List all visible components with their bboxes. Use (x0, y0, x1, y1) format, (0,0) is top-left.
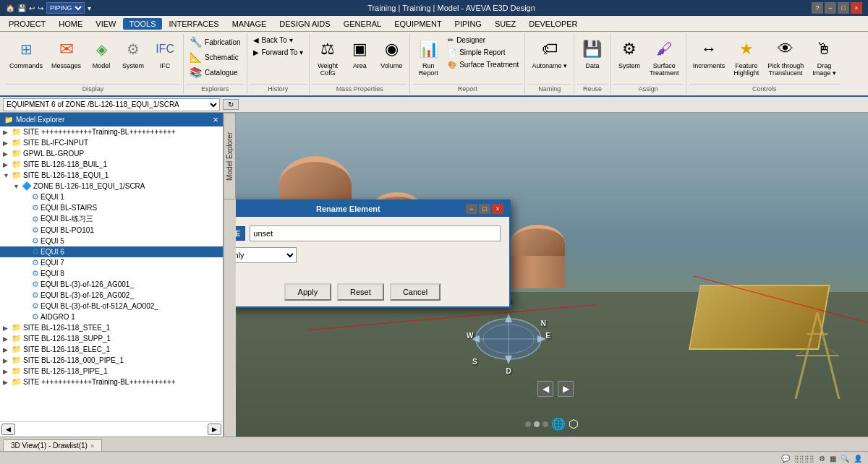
viewport-3d[interactable]: U D W E N S ◀ ▶ 🌐 ⬡ (236, 113, 868, 437)
tree-scroll-left[interactable]: ◀ (1, 424, 15, 435)
tree-item-16[interactable]: ⚙EQUI BL-(3)-of-BL-of-512A_AO002_ (0, 301, 223, 312)
weight-label: WeightCofG (318, 62, 338, 77)
forward-to-button[interactable]: ▶ Forward To ▾ (250, 47, 307, 58)
help-button[interactable]: ? (812, 2, 823, 14)
menu-item-design aids[interactable]: DESIGN AIDS (273, 18, 336, 30)
tree-item-11[interactable]: ⚙EQUI 6 (0, 246, 223, 257)
tree-item-12[interactable]: ⚙EQUI 7 (0, 257, 223, 268)
tree-label-18: SITE BL-126-118_STEE_1 (23, 324, 110, 332)
menu-item-home[interactable]: HOME (53, 18, 88, 30)
tree-item-0[interactable]: ▶📁SITE ++++++++++++Training-BL++++++++++… (0, 126, 223, 137)
tree-icon-7: ⚙ (32, 203, 39, 212)
surface-treatment-report-button[interactable]: 🎨 Surface Treatment (445, 59, 522, 70)
cancel-button[interactable]: Cancel (390, 283, 441, 301)
tree-item-14[interactable]: ⚙EQUI BL-(3)-of-126_AG001_ (0, 279, 223, 290)
system-button[interactable]: ⚙ System (118, 35, 148, 72)
tree-item-7[interactable]: ⚙EQUI BL-STAIRS (0, 202, 223, 213)
viewport-perspective-button[interactable]: ⬡ (569, 417, 579, 431)
tree-item-3[interactable]: ▶📁SITE BL-126-118_BUIL_1 (0, 159, 223, 170)
tree-item-23[interactable]: ▶📁SITE ++++++++++++Training-BL++++++++++… (0, 377, 223, 387)
dialog-close-button[interactable]: × (492, 204, 503, 214)
data-button[interactable]: 💾 Data (577, 35, 608, 72)
menu-item-interfaces[interactable]: INTERFACES (163, 18, 225, 30)
tree-item-13[interactable]: ⚙EQUI 8 (0, 268, 223, 279)
menu-item-manage[interactable]: MANAGE (226, 18, 273, 30)
tree-item-22[interactable]: ▶📁SITE BL-126-118_PIPE_1 (0, 366, 223, 377)
model-label: Model (93, 62, 111, 69)
assign-system-button[interactable]: ⚙ System (614, 35, 644, 72)
schematic-button[interactable]: 📐 Schematic (187, 50, 243, 64)
menu-item-general[interactable]: GENERAL (338, 18, 388, 30)
menu-item-view[interactable]: VIEW (90, 18, 122, 30)
nav-prev-button[interactable]: ◀ (537, 381, 553, 397)
catalogue-button[interactable]: 📚 Catalogue (187, 65, 243, 80)
tree-item-17[interactable]: ⚙AIDGRO 1 (0, 312, 223, 322)
viewport-globe-button[interactable]: 🌐 (551, 417, 566, 431)
tree-item-18[interactable]: ▶📁SITE BL-126-118_STEE_1 (0, 322, 223, 333)
maximize-button[interactable]: □ (838, 2, 849, 14)
menu-item-piping[interactable]: PIPING (449, 18, 488, 30)
close-button[interactable]: × (851, 2, 862, 14)
view-tab-close[interactable]: × (90, 442, 94, 450)
tree-item-9[interactable]: ⚙EQUI BL-PO101 (0, 225, 223, 236)
feature-highlight-button[interactable]: ★ FeatureHighlight (730, 35, 762, 80)
nav-next-button[interactable]: ▶ (558, 381, 574, 397)
tree-item-21[interactable]: ▶📁SITE BL-126-118_000_PIPE_1 (0, 355, 223, 366)
model-explorer-vertical-tab[interactable]: Model Explorer (224, 113, 236, 199)
reset-button[interactable]: Reset (337, 283, 384, 301)
tree-item-1[interactable]: ▶📁SITE BL-IFC-INPUT (0, 137, 223, 148)
run-report-button[interactable]: 📊 RunReport (413, 35, 443, 80)
messages-button[interactable]: ✉ Messages (48, 35, 85, 72)
dialog-body: CE Only All Selected (236, 217, 509, 278)
commands-button[interactable]: ⊞ Commands (6, 35, 46, 72)
menu-item-tools[interactable]: TOOLS (123, 18, 161, 30)
menu-item-project[interactable]: PROJECT (3, 18, 51, 30)
volume-button[interactable]: ◉ Volume (376, 35, 407, 72)
filter-dropdown[interactable]: Only All Selected (236, 247, 297, 263)
status-search-icon[interactable]: 🔍 (841, 455, 849, 463)
autoname-button[interactable]: 🏷 Autoname ▾ (528, 35, 571, 72)
status-grid-icon: ▦ (830, 455, 836, 463)
tree-expand-3: ▶ (3, 161, 12, 168)
model-button[interactable]: ◈ Model (86, 35, 116, 72)
designer-button[interactable]: ✏ Designer (445, 35, 522, 46)
dialog-minimize-button[interactable]: − (466, 204, 477, 214)
tree-item-19[interactable]: ▶📁SITE BL-126-118_SUPP_1 (0, 333, 223, 344)
dialog-name-row: CE (236, 225, 501, 241)
view-tab[interactable]: 3D View(1) - Drawlist(1) × (3, 439, 102, 451)
tree-item-5[interactable]: ▼🔷ZONE BL-126-118_EQUI_1/SCRA (0, 181, 223, 192)
address-dropdown[interactable]: EQUIPMENT 6 of ZONE /BL-126-118_EQUI_1/S… (3, 98, 220, 111)
rename-input[interactable] (250, 225, 501, 241)
ce-button[interactable]: CE (236, 226, 245, 241)
tree-item-4[interactable]: ▼📁SITE BL-126-118_EQUI_1 (0, 170, 223, 181)
tree-scroll-right[interactable]: ▶ (208, 424, 221, 435)
tree-item-15[interactable]: ⚙EQUI BL-(3)-of-126_AG002_ (0, 290, 223, 301)
tree-item-10[interactable]: ⚙EQUI 5 (0, 236, 223, 246)
increments-button[interactable]: ↔ Increments (689, 35, 729, 72)
tree-icon-11: ⚙ (32, 247, 39, 257)
model-explorer-close-button[interactable]: × (213, 114, 218, 125)
menu-item-developer[interactable]: DEVELOPER (523, 18, 583, 30)
simple-report-button[interactable]: 📄 Simple Report (445, 47, 522, 58)
autoname-icon: 🏷 (538, 38, 561, 61)
fabrication-button[interactable]: 🔧 Fabrication (187, 35, 243, 49)
apply-button[interactable]: Apply (284, 283, 331, 301)
drag-image-button[interactable]: 🖱 DragImage ▾ (809, 35, 840, 80)
piping-mode-select[interactable]: PIPING (46, 2, 85, 14)
tree-item-8[interactable]: ⚙EQUI BL-练习三 (0, 213, 223, 225)
address-refresh-button[interactable]: ↻ (223, 99, 239, 110)
tree-item-20[interactable]: ▶📁SITE BL-126-118_ELEC_1 (0, 344, 223, 355)
back-to-button[interactable]: ◀ Back To ▾ (250, 35, 307, 46)
dialog-maximize-button[interactable]: □ (479, 204, 490, 214)
menu-item-equipment[interactable]: EQUIPMENT (388, 18, 447, 30)
area-button[interactable]: ▣ Area (344, 35, 375, 72)
menu-item-suez[interactable]: SUEZ (489, 18, 522, 30)
weight-cofg-button[interactable]: ⚖ WeightCofG (312, 35, 343, 80)
status-settings-icon[interactable]: ⚙ (819, 455, 825, 463)
tree-item-2[interactable]: ▶📁GPWL BL-GROUP (0, 148, 223, 159)
ifc-button[interactable]: IFC IFC (150, 35, 180, 72)
assign-surface-button[interactable]: 🖌 SurfaceTreatment (646, 35, 683, 80)
tree-item-6[interactable]: ⚙EQUI 1 (0, 192, 223, 202)
pick-through-button[interactable]: 👁 Pick throughTranslucent (764, 35, 807, 80)
minimize-button[interactable]: − (825, 2, 836, 14)
